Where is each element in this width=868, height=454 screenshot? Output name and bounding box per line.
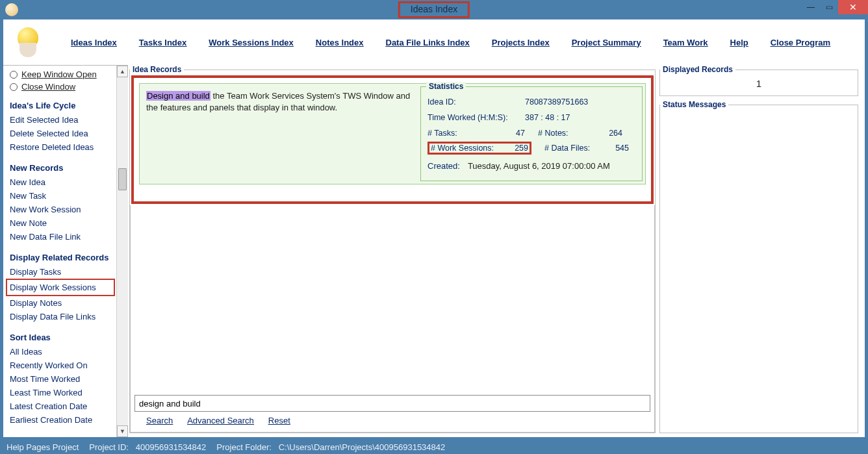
statusbar: Help Pages Project Project ID: 400956931… — [0, 440, 868, 454]
window-controls: — ▭ ✕ — [802, 0, 868, 14]
link-new-data-file-link[interactable]: New Data File Link — [10, 230, 128, 244]
idea-records-fieldset: Idea Records Design and build the Team W… — [129, 65, 656, 433]
created-label: Created: — [428, 161, 460, 171]
created-value: Tuesday, August 6, 2019 07:00:00 AM — [468, 161, 610, 171]
menu-work-sessions-index[interactable]: Work Sessions Index — [209, 38, 294, 47]
search-link[interactable]: Search — [146, 416, 173, 425]
scroll-thumb[interactable] — [118, 168, 127, 190]
titlebar: Ideas Index — ▭ ✕ — [0, 0, 868, 19]
heading-sort-ideas: Sort Ideas — [10, 333, 128, 342]
time-worked-value: 387 : 48 : 17 — [525, 113, 570, 122]
notes-pair: # Notes: 264 — [538, 129, 622, 138]
menu-projects-index[interactable]: Projects Index — [492, 38, 550, 47]
right-column: Displayed Records 1 Status Messages — [659, 65, 858, 433]
radio-icon — [10, 71, 18, 79]
reset-link[interactable]: Reset — [268, 416, 290, 425]
sidebar-scrollbar[interactable]: ▲ ▼ — [116, 66, 128, 437]
menu-team-work[interactable]: Team Work — [663, 38, 708, 47]
link-recently-worked-on[interactable]: Recently Worked On — [10, 359, 128, 372]
minimize-button[interactable]: — — [802, 0, 820, 14]
window-title-text: Ideas Index — [411, 4, 457, 14]
close-button[interactable]: ✕ — [838, 0, 868, 14]
link-new-idea[interactable]: New Idea — [10, 175, 128, 189]
tasks-pair: # Tasks: 47 — [428, 129, 525, 138]
menu-data-file-links-index[interactable]: Data File Links Index — [386, 38, 470, 47]
status-project-id: Project ID: 400956931534842 — [89, 442, 206, 452]
menu-notes-index[interactable]: Notes Index — [316, 38, 364, 47]
link-display-tasks[interactable]: Display Tasks — [10, 265, 128, 279]
link-new-work-session[interactable]: New Work Session — [10, 203, 128, 216]
work-sessions-pair: # Work Sessions: 259 — [428, 142, 531, 155]
tasks-value: 47 — [499, 129, 525, 138]
link-edit-selected-idea[interactable]: Edit Selected Idea — [10, 113, 128, 127]
scroll-down-arrow-icon[interactable]: ▼ — [117, 425, 128, 437]
notes-label: # Notes: — [538, 129, 596, 138]
radio-close-window[interactable]: Close Window — [10, 82, 128, 92]
idea-id-value: 78087389751663 — [525, 97, 588, 107]
radio-label: Keep Window Open — [21, 69, 97, 79]
menu-help[interactable]: Help — [730, 38, 748, 47]
records-highlight-frame: Design and build the Team Work Services … — [131, 75, 654, 204]
menu-ideas-index[interactable]: Ideas Index — [71, 38, 117, 47]
link-latest-creation-date[interactable]: Latest Creation Date — [10, 399, 128, 413]
records-column: Idea Records Design and build the Team W… — [129, 65, 656, 433]
link-earliest-creation-date[interactable]: Earliest Creation Date — [10, 413, 128, 427]
app-logo — [7, 25, 49, 60]
link-new-note[interactable]: New Note — [10, 216, 128, 230]
work-sessions-value: 259 — [502, 144, 528, 153]
radio-icon — [10, 83, 18, 91]
idea-description: Design and build the Team Work Services … — [140, 84, 420, 184]
search-area: Search Advanced Search Reset — [131, 388, 654, 432]
heading-display-related: Display Related Records — [10, 253, 128, 262]
idea-highlight: Design and build — [146, 91, 211, 101]
displayed-records-legend: Displayed Records — [660, 65, 735, 74]
body: Keep Window Open Close Window Idea's Lif… — [3, 65, 865, 437]
records-empty-area: Search Advanced Search Reset — [130, 205, 655, 433]
status-project-folder: Project Folder: C:\Users\Darren\Projects… — [216, 442, 445, 452]
work-sessions-label: # Work Sessions: — [431, 144, 502, 153]
link-display-work-sessions[interactable]: Display Work Sessions — [6, 279, 115, 296]
app-window: Ideas Index — ▭ ✕ Ideas Index Tasks Inde… — [0, 0, 868, 454]
maximize-button[interactable]: ▭ — [820, 0, 838, 14]
data-files-label: # Data Files: — [544, 144, 603, 153]
lightbulb-head-icon — [17, 27, 39, 57]
displayed-records-fieldset: Displayed Records 1 — [659, 65, 858, 96]
radio-label: Close Window — [21, 82, 75, 92]
radio-keep-window-open[interactable]: Keep Window Open — [10, 69, 128, 79]
link-most-time-worked[interactable]: Most Time Worked — [10, 372, 128, 386]
idea-card[interactable]: Design and build the Team Work Services … — [139, 83, 646, 184]
status-help-pages: Help Pages Project — [6, 442, 79, 452]
idea-statistics: Statistics Idea ID: 78087389751663 Time … — [420, 86, 643, 181]
idea-records-legend: Idea Records — [130, 65, 184, 74]
sidebar: Keep Window Open Close Window Idea's Lif… — [3, 65, 128, 437]
link-new-task[interactable]: New Task — [10, 189, 128, 203]
main-area: Idea Records Design and build the Team W… — [128, 65, 865, 437]
link-display-notes[interactable]: Display Notes — [10, 296, 128, 310]
idea-id-label: Idea ID: — [428, 97, 525, 107]
heading-life-cycle: Idea's Life Cycle — [10, 101, 128, 110]
time-worked-label: Time Worked (H:M:S): — [428, 113, 525, 122]
link-restore-deleted-ideas[interactable]: Restore Deleted Ideas — [10, 140, 128, 154]
project-folder-value: C:\Users\Darren\Projects\400956931534842 — [279, 442, 446, 452]
data-files-value: 545 — [603, 144, 629, 153]
status-messages-fieldset: Status Messages — [659, 100, 858, 433]
link-display-data-file-links[interactable]: Display Data File Links — [10, 310, 128, 323]
scroll-up-arrow-icon[interactable]: ▲ — [117, 66, 128, 77]
notes-value: 264 — [596, 129, 622, 138]
displayed-records-count: 1 — [660, 74, 858, 95]
window-title: Ideas Index — [398, 1, 470, 18]
link-least-time-worked[interactable]: Least Time Worked — [10, 386, 128, 399]
menu-close-program[interactable]: Close Program — [771, 38, 830, 47]
scroll-track[interactable] — [117, 77, 128, 425]
menu-project-summary[interactable]: Project Summary — [572, 38, 641, 47]
client-area: Ideas Index Tasks Index Work Sessions In… — [3, 19, 865, 437]
search-input[interactable] — [134, 395, 650, 412]
project-folder-label: Project Folder: — [216, 442, 272, 452]
app-icon — [5, 3, 18, 16]
main-menu: Ideas Index Tasks Index Work Sessions In… — [71, 38, 830, 47]
search-links: Search Advanced Search Reset — [134, 412, 650, 428]
link-delete-selected-idea[interactable]: Delete Selected Idea — [10, 127, 128, 140]
menu-tasks-index[interactable]: Tasks Index — [139, 38, 186, 47]
advanced-search-link[interactable]: Advanced Search — [187, 416, 254, 425]
link-all-ideas[interactable]: All Ideas — [10, 345, 128, 359]
